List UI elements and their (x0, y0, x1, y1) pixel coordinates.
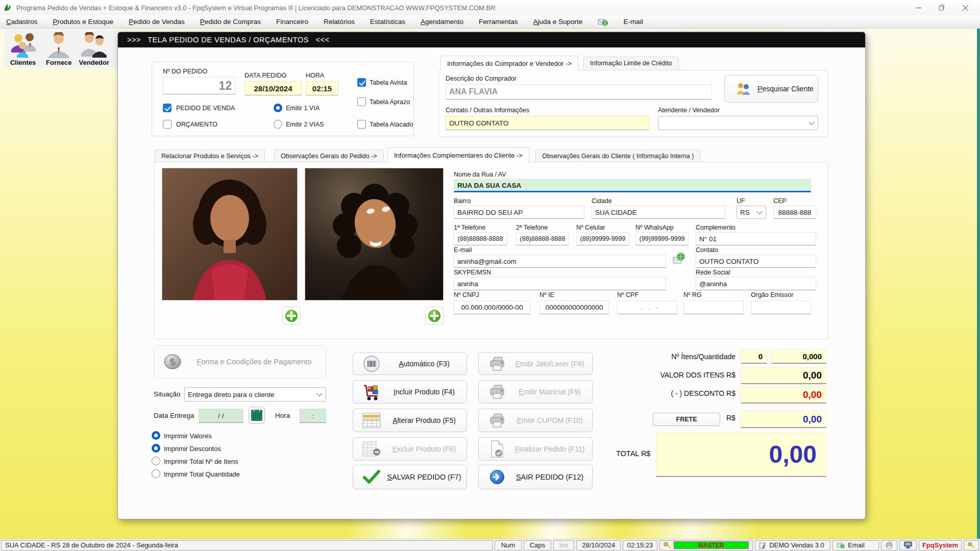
tab-relacionar-produtos[interactable]: Relacionar Produtos e Serviços -> (155, 149, 265, 162)
tab-informacoes-comprador[interactable]: Informações do Comprador e Vendedor -> (440, 56, 578, 70)
pesquisar-cliente-button[interactable]: Pesquisar Cliente (724, 75, 818, 103)
status-printer[interactable] (881, 540, 897, 550)
menu-produtos-estoque[interactable]: Produtos e Estoque (53, 18, 114, 26)
menu-email[interactable]: E-mail (623, 18, 643, 26)
menu-relatorios[interactable]: Relatórios (324, 18, 355, 26)
menu-financeiro[interactable]: Financeiro (276, 18, 308, 26)
pedido-venda-checkbox[interactable] (163, 104, 172, 112)
contato-field[interactable]: OUTRO CONTATO (696, 255, 816, 268)
tabela-avista-checkbox[interactable] (357, 78, 366, 87)
chevron-down-icon (756, 209, 762, 214)
tabela-aprazo-checkbox[interactable] (357, 97, 366, 106)
dialog-header: >>> TELA PEDIDO DE VENDAS / ORÇAMENTOS <… (118, 32, 865, 47)
status-key[interactable] (964, 540, 979, 550)
tab-informacoes-complementares[interactable]: Informações Complementares do Cliente -> (387, 147, 529, 162)
uf-select[interactable]: RS (737, 206, 766, 219)
orgao-emissor-field[interactable] (751, 300, 811, 314)
emitir-1via-radio[interactable] (274, 104, 282, 112)
bairro-field[interactable]: BAIRRO DO SEU AP (454, 206, 584, 219)
tel1-field[interactable]: (88)88888-8888 (454, 232, 507, 245)
complemento-field[interactable]: N° 01 (696, 232, 816, 245)
sellers-icon (79, 32, 109, 59)
frete-button[interactable]: FRETE (653, 413, 720, 426)
numero-pedido-field[interactable]: 12 (163, 77, 235, 94)
cnpj-field[interactable]: 00.000.000/0000-00 (454, 300, 530, 314)
rg-field[interactable] (683, 300, 744, 314)
toolbar-fornecedor-button[interactable]: Fornece (46, 31, 72, 66)
calendar-icon (251, 409, 263, 422)
calendar-button[interactable] (249, 407, 265, 424)
menu-agendamento[interactable]: Agendamento (421, 18, 463, 26)
ie-field[interactable]: 000000000000000 (540, 300, 609, 314)
monitor-icon (904, 541, 912, 549)
menu-pedido-compras[interactable]: Pedido de Compras (200, 18, 261, 26)
imprimir-total-itens-radio[interactable] (152, 457, 160, 465)
sair-pedido-button[interactable]: SAIR PEDIDO (F12) (478, 465, 593, 489)
send-email-icon[interactable] (672, 253, 685, 268)
data-entrega-field[interactable]: / / (199, 409, 243, 423)
printer-icon (885, 541, 893, 549)
alterar-produto-button[interactable]: Alterar Produto (F5) (353, 409, 467, 432)
emitir-2vias-radio[interactable] (274, 120, 282, 129)
tab-observacoes-cliente[interactable]: Observações Gerais do Cliente ( Informaç… (535, 149, 700, 162)
whatsapp-field[interactable]: (99)99999-9999 (635, 232, 689, 245)
excluir-produto-button[interactable]: Excluir Produto (F6) (353, 437, 467, 461)
menu-estatisticas[interactable]: Estatísticas (370, 18, 405, 26)
cpf-field[interactable]: . . - (617, 300, 677, 314)
desconto-label: ( - ) DESCONTO R$ (628, 389, 736, 397)
add-photo-2-button[interactable] (425, 307, 444, 325)
menu-ajuda-suporte[interactable]: Ajuda e Suporte (533, 18, 583, 26)
emitir-matricial-button[interactable]: Emitir Matricial (F9) (478, 380, 593, 404)
emitir-cupom-button[interactable]: Emitir CUPOM (F10) (478, 409, 593, 432)
finalizar-pedido-button[interactable]: Finalizar Pedido (F11) (478, 437, 593, 461)
tab-observacoes-pedido[interactable]: Observações Gerais do Pedido -> (274, 149, 384, 162)
maximize-button[interactable] (930, 0, 953, 15)
salvar-pedido-button[interactable]: SALVAR PEDIDO (F7) (353, 465, 467, 489)
toolbar-clientes-button[interactable]: Clientes (7, 31, 39, 66)
imprimir-total-quantidade-radio[interactable] (152, 469, 160, 478)
celular-field[interactable]: (88)99999-9999 (576, 232, 629, 245)
email-field[interactable]: aninha@gmail.com (454, 255, 666, 268)
tab-limite-credito[interactable]: Informação Limite de Crédito (583, 57, 679, 69)
status-monitor[interactable] (899, 540, 917, 550)
toolbar-vendedor-label: Vendedor (79, 59, 109, 66)
data-pedido-field[interactable]: 28/10/2024 (244, 81, 302, 95)
imprimir-valores-radio[interactable] (152, 431, 160, 440)
orcamento-checkbox[interactable] (163, 120, 172, 129)
hora-entrega-field[interactable]: : (300, 409, 326, 423)
printer-icon (487, 356, 507, 372)
shortcut-toolbar: Clientes Fornece Vendedor (4, 30, 119, 67)
toolbar-fornecedor-label: Fornece (46, 59, 72, 66)
cidade-field[interactable]: SUA CIDADE (592, 206, 725, 219)
tel2-field[interactable]: (88)88888-8888 (516, 232, 569, 245)
minimize-button[interactable] (906, 0, 930, 15)
tabela-atacado-checkbox[interactable] (357, 120, 366, 129)
descricao-comprador-field[interactable]: ANA FLAVIA (446, 84, 712, 99)
menu-ferramentas[interactable]: Ferramentas (479, 18, 518, 26)
close-button[interactable] (953, 0, 977, 15)
cep-field[interactable]: 88888-888 (773, 206, 816, 219)
hora-pedido-field[interactable]: 02:15 (306, 81, 338, 95)
forma-pagamento-button[interactable]: $ Forma e Condições de Pagamento (154, 345, 326, 378)
emitir-2vias-label: Emitir 2 VIAS (286, 121, 324, 128)
situacao-select[interactable]: Entrega direto para o cliente (184, 387, 326, 402)
skype-field[interactable]: aninha (454, 277, 666, 290)
menu-pedido-vendas[interactable]: Pedido de Vendas (129, 18, 185, 26)
menu-cadastros[interactable]: Cadastros (6, 18, 38, 26)
rua-field[interactable]: RUA DA SUA CASA (454, 179, 811, 192)
automatico-button[interactable]: Automático (F3) (353, 353, 467, 375)
add-photo-1-button[interactable] (282, 307, 301, 325)
mail-globe-icon[interactable] (598, 17, 608, 27)
emitir-jato-button[interactable]: Emitir Jato/Laser (F8) (478, 353, 593, 375)
tabela-avista-label: Tabela Avista (370, 79, 407, 86)
valor-itens-field: 0,00 (741, 367, 826, 384)
imprimir-descontos-radio[interactable] (152, 444, 160, 453)
status-email[interactable]: Email (832, 540, 879, 550)
atendente-vendedor-select[interactable] (658, 116, 818, 130)
dialog-title: >>> TELA PEDIDO DE VENDAS / ORÇAMENTOS <… (127, 36, 329, 44)
toolbar-vendedor-button[interactable]: Vendedor (79, 31, 109, 66)
frete-field: 0,00 (741, 411, 826, 428)
contato-outras-field[interactable]: OUTRO CONTATO (446, 116, 650, 130)
rede-social-field[interactable]: @aninha (696, 277, 816, 290)
incluir-produto-button[interactable]: Incluir Produto (F4) (353, 380, 467, 404)
